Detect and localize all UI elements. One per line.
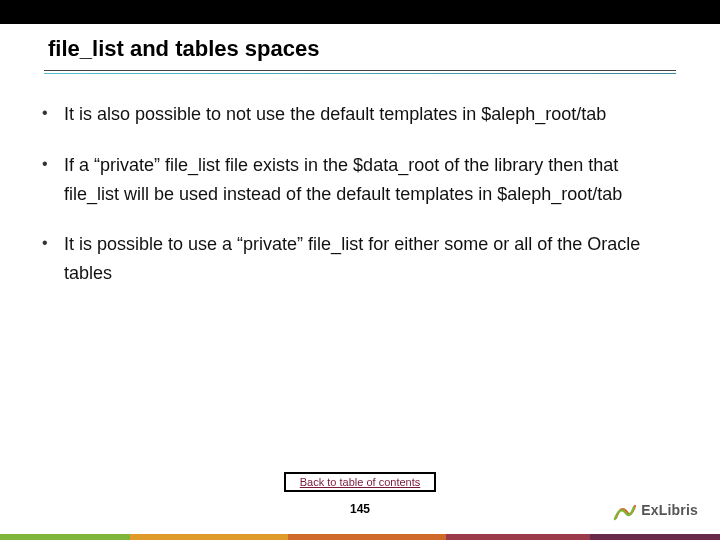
bullet-item: It is possible to use a “private” file_l…	[36, 230, 676, 288]
toc-link[interactable]: Back to table of contents	[284, 472, 436, 492]
slide-body: It is also possible to not use the defau…	[36, 100, 676, 310]
slide: file_list and tables spaces It is also p…	[0, 0, 720, 540]
toc-link-container: Back to table of contents	[0, 472, 720, 492]
bullet-item: It is also possible to not use the defau…	[36, 100, 676, 129]
bullet-item: If a “private” file_list file exists in …	[36, 151, 676, 209]
bullet-list: It is also possible to not use the defau…	[36, 100, 676, 288]
logo-text: ExLibris	[641, 502, 698, 518]
top-bar	[0, 0, 720, 24]
brand-stripe	[0, 534, 720, 540]
brand-logo: ExLibris	[613, 498, 698, 522]
logo-mark-icon	[613, 498, 637, 522]
page-number: 145	[0, 502, 720, 516]
title-rule-2	[44, 73, 676, 74]
title-rule-1	[44, 70, 676, 71]
slide-title: file_list and tables spaces	[48, 36, 319, 62]
